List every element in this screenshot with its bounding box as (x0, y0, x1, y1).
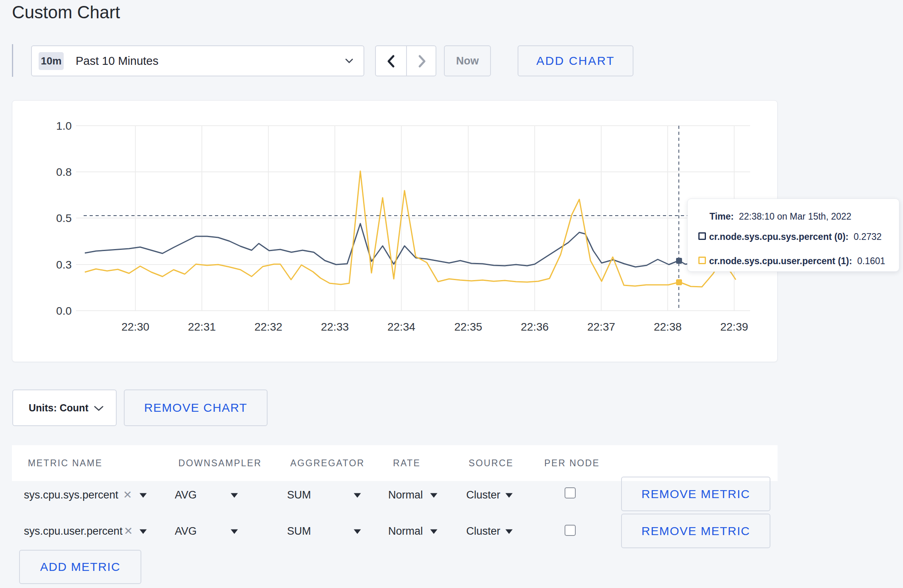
svg-text:0.5: 0.5 (56, 212, 72, 224)
svg-text:22:36: 22:36 (521, 321, 549, 333)
svg-text:0.8: 0.8 (56, 166, 72, 178)
svg-text:22:32: 22:32 (254, 321, 282, 333)
svg-text:22:31: 22:31 (188, 321, 216, 333)
svg-text:22:30: 22:30 (121, 321, 149, 333)
svg-text:22:39: 22:39 (720, 321, 748, 333)
svg-text:22:35: 22:35 (454, 321, 482, 333)
svg-text:0.0: 0.0 (56, 305, 72, 317)
svg-text:22:38: 22:38 (654, 321, 682, 333)
svg-text:22:37: 22:37 (587, 321, 615, 333)
svg-text:0.3: 0.3 (56, 259, 72, 271)
svg-text:22:33: 22:33 (321, 321, 349, 333)
svg-text:22:34: 22:34 (387, 321, 415, 333)
svg-text:1.0: 1.0 (56, 120, 72, 132)
